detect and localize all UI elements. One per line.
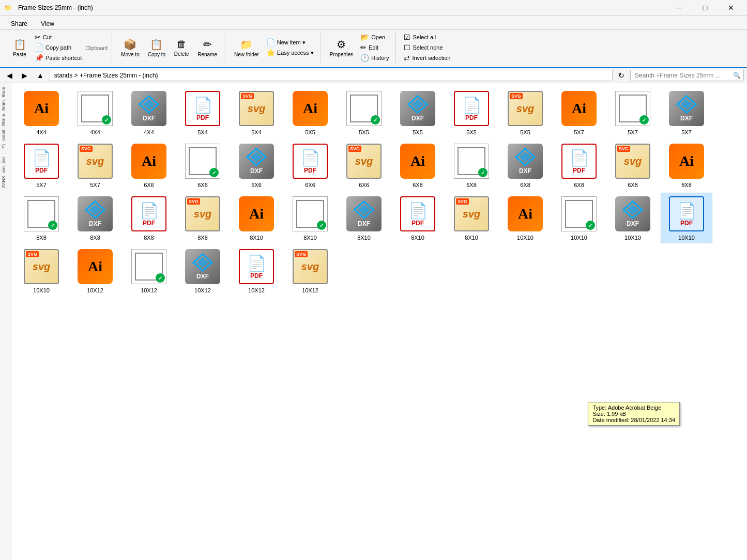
file-item-5x5-autocad[interactable]: ✓ 5X5 bbox=[338, 87, 390, 138]
file-item-6x8-svg[interactable]: SVG svg 6X8 bbox=[607, 140, 659, 191]
file-item-5x7-pdf[interactable]: 📄 PDF 5X7 bbox=[16, 140, 67, 191]
file-item-8x10-ai[interactable]: Ai 8X10 bbox=[231, 193, 282, 243]
file-item-8x8-pdf[interactable]: 📄 PDF 8X8 bbox=[123, 193, 175, 243]
select-all-button[interactable]: ☑ Select all bbox=[401, 32, 453, 42]
file-item-8x10-svg[interactable]: SVG svg 8X10 bbox=[446, 193, 497, 243]
file-label: 6X6 bbox=[144, 182, 154, 188]
sidebar-item-extra2[interactable]: ion bbox=[0, 155, 11, 165]
file-item-6x6-pdf[interactable]: 📄 PDF 6X6 bbox=[284, 140, 336, 191]
cut-button[interactable]: ✂ Cut bbox=[32, 32, 84, 42]
file-item-8x8-autocad[interactable]: ✓ 8X8 bbox=[16, 193, 67, 243]
history-button[interactable]: 🕐 History bbox=[358, 53, 391, 63]
invert-selection-button[interactable]: ⇄ Invert selection bbox=[401, 53, 453, 63]
sidebar-item-extra4[interactable]: ZANK bbox=[0, 174, 11, 190]
search-input[interactable] bbox=[630, 70, 744, 81]
close-button[interactable]: ✕ bbox=[719, 0, 743, 15]
select-none-button[interactable]: ☐ Select none bbox=[401, 42, 453, 53]
easy-access-button[interactable]: ⭐ Easy access ▾ bbox=[264, 48, 316, 58]
green-badge: ✓ bbox=[317, 221, 326, 230]
file-item-10x12-svg[interactable]: SVG svg 10X12 bbox=[284, 245, 336, 296]
file-item-8x8-ai[interactable]: Ai 8X8 bbox=[661, 140, 712, 191]
minimize-button[interactable]: ─ bbox=[667, 0, 691, 15]
file-item-5x7-autocad[interactable]: ✓ 5X7 bbox=[607, 87, 659, 138]
file-item-4x4-ai[interactable]: Ai 4X4 bbox=[16, 87, 67, 138]
properties-button[interactable]: ⚙ Properties bbox=[326, 33, 357, 62]
svg-icon-wrapper: SVG svg bbox=[238, 90, 275, 127]
move-to-button[interactable]: 📦 Move to bbox=[117, 33, 143, 62]
file-item-5x5-dxf[interactable]: DXF 5X5 bbox=[392, 87, 444, 138]
file-item-8x10-autocad[interactable]: ✓ 8X10 bbox=[284, 193, 336, 243]
edit-button[interactable]: ✏ Edit bbox=[358, 42, 391, 53]
file-label: 8X8 bbox=[144, 235, 154, 241]
file-item-6x8-autocad[interactable]: ✓ 6X8 bbox=[446, 140, 497, 191]
svg-text: svg bbox=[463, 208, 480, 220]
cut-icon: ✂ bbox=[35, 33, 41, 41]
file-item-10x12-dxf[interactable]: DXF 10X12 bbox=[177, 245, 228, 296]
rename-button[interactable]: ✏ Rename bbox=[194, 33, 221, 62]
file-item-10x12-ai[interactable]: Ai 10X12 bbox=[69, 245, 121, 296]
file-item-10x10-pdf[interactable]: 📄 PDF 10X10 Type: Adobe Acrobat Beige Si… bbox=[661, 193, 712, 243]
paste-button[interactable]: 📋 Paste bbox=[8, 33, 31, 62]
file-grid: Ai 4X4 ✓ 4X4 bbox=[16, 87, 743, 296]
file-item-5x7-svg[interactable]: SVG svg 5X7 bbox=[69, 140, 121, 191]
file-item-6x8-ai[interactable]: Ai 6X8 bbox=[392, 140, 444, 191]
file-item-5x5-svg[interactable]: SVG svg 5X5 bbox=[499, 87, 551, 138]
file-item-10x10-ai[interactable]: Ai 10X10 bbox=[499, 193, 551, 243]
copy-path-button[interactable]: 📄 Copy path bbox=[32, 42, 84, 53]
file-label: 10X12 bbox=[248, 287, 265, 293]
file-item-4x4-dxf[interactable]: DXF 4X4 bbox=[123, 87, 175, 138]
file-label: 5X5 bbox=[359, 129, 369, 135]
file-item-5x7-dxf[interactable]: DXF 5X7 bbox=[661, 87, 712, 138]
breadcrumb[interactable]: stands > +Frame Sizes 25mm - (inch) bbox=[50, 70, 613, 81]
new-folder-button[interactable]: 📁 New folder bbox=[231, 33, 263, 62]
sidebar-item-extra3[interactable]: ion bbox=[0, 165, 11, 174]
file-item-4x4-autocad[interactable]: ✓ 4X4 bbox=[69, 87, 121, 138]
file-item-6x8-pdf[interactable]: 📄 PDF 6X8 bbox=[553, 140, 605, 191]
file-item-10x12-autocad[interactable]: ✓ 10X12 bbox=[123, 245, 175, 296]
ai-icon-wrapper: Ai bbox=[668, 143, 705, 180]
file-item-6x6-autocad[interactable]: ✓ 6X6 bbox=[177, 140, 228, 191]
file-item-8x10-pdf[interactable]: 📄 PDF 8X10 bbox=[392, 193, 444, 243]
file-item-10x10-autocad[interactable]: ✓ 10X10 bbox=[553, 193, 605, 243]
dxf-icon-wrapper: DXF bbox=[130, 90, 167, 127]
file-item-5x5-ai[interactable]: Ai 5X5 bbox=[284, 87, 336, 138]
file-item-5x4-svg[interactable]: SVG svg 5X4 bbox=[231, 87, 282, 138]
file-item-6x8-dxf[interactable]: DXF 6X8 bbox=[499, 140, 551, 191]
dxf-file-icon: DXF bbox=[239, 144, 274, 179]
file-item-8x10-dxf[interactable]: DXF 8X10 bbox=[338, 193, 390, 243]
sidebar-item-5mm-2[interactable]: 5mm bbox=[0, 99, 11, 112]
file-item-6x6-svg[interactable]: SVG svg 6X6 bbox=[338, 140, 390, 191]
paste-shortcut-button[interactable]: 📌 Paste shortcut bbox=[32, 53, 84, 63]
file-item-10x12-pdf[interactable]: 📄 PDF 10X12 bbox=[231, 245, 282, 296]
copy-to-button[interactable]: 📋 Copy to bbox=[144, 33, 169, 62]
forward-button[interactable]: ▶ bbox=[18, 70, 31, 81]
dxf-file-icon: DXF bbox=[131, 91, 166, 126]
file-item-8x8-svg[interactable]: SVG svg 8X8 bbox=[177, 193, 228, 243]
ribbon-group-organise: 📦 Move to 📋 Copy to 🗑 Delete ✏ Rename bbox=[113, 32, 225, 63]
sidebar-item-25mm[interactable]: 25mm bbox=[0, 112, 11, 128]
file-item-8x8-dxf[interactable]: DXF 8X8 bbox=[69, 193, 121, 243]
file-item-5x4-pdf[interactable]: 📄 PDF 5X4 bbox=[177, 87, 228, 138]
back-button[interactable]: ◀ bbox=[3, 70, 16, 81]
open-button[interactable]: 📂 Open bbox=[358, 32, 391, 42]
file-item-6x6-ai[interactable]: Ai 6X6 bbox=[123, 140, 175, 191]
ribbon-tab-view[interactable]: View bbox=[34, 18, 61, 29]
main-layout: 5mm 5mm 25mm sonal :F) : ion ion ZANK Ai… bbox=[0, 83, 747, 560]
maximize-button[interactable]: □ bbox=[693, 0, 717, 15]
sidebar-item-5mm-1[interactable]: 5mm bbox=[0, 85, 11, 99]
file-item-5x5-pdf[interactable]: 📄 PDF 5X5 bbox=[446, 87, 497, 138]
refresh-button[interactable]: ↻ bbox=[615, 70, 628, 81]
delete-button[interactable]: 🗑 Delete bbox=[170, 33, 193, 62]
sidebar-item-f[interactable]: :F) bbox=[0, 143, 11, 151]
file-item-10x10-dxf[interactable]: DXF 10X10 bbox=[607, 193, 659, 243]
sidebar-item-sonal[interactable]: sonal bbox=[0, 128, 11, 143]
file-item-5x7-ai[interactable]: Ai 5X7 bbox=[553, 87, 605, 138]
new-item-button[interactable]: 📄 New item ▾ bbox=[264, 37, 316, 48]
file-label: 4X4 bbox=[36, 129, 47, 135]
file-item-6x6-dxf[interactable]: DXF 6X6 bbox=[231, 140, 282, 191]
file-item-10x10-svg[interactable]: SVG svg 10X10 bbox=[16, 245, 67, 296]
sidebar-item-extra1[interactable]: : bbox=[0, 151, 11, 156]
ribbon-tabs: Share View bbox=[0, 18, 747, 30]
ribbon-tab-share[interactable]: Share bbox=[4, 18, 34, 29]
up-button[interactable]: ▲ bbox=[33, 70, 48, 81]
